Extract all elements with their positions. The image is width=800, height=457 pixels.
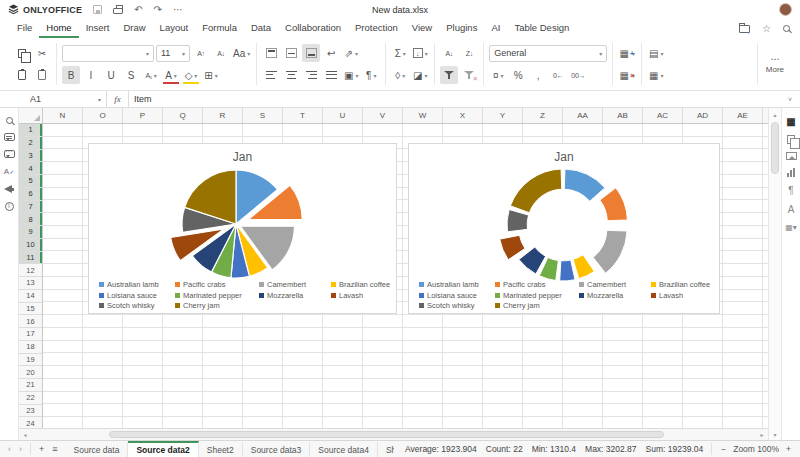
row-header-8[interactable]: 8 (19, 213, 42, 226)
zoom-out-button[interactable]: − (721, 444, 726, 454)
delete-cells-button[interactable]: ▦× (618, 66, 636, 84)
quick-access-more-button[interactable]: ⋯ (173, 5, 183, 15)
align-bottom-button[interactable] (302, 44, 320, 62)
copy-button[interactable] (13, 44, 31, 62)
underline-button[interactable]: U (102, 66, 120, 84)
borders-button[interactable]: ⊞ (202, 66, 220, 84)
font-name-select[interactable] (62, 45, 154, 62)
doughnut-chart[interactable]: Jan Australian lambPacific crabsCamember… (408, 143, 720, 314)
prev-sheet-icon[interactable]: ‹ (8, 444, 11, 454)
column-header-AE[interactable]: AE (723, 108, 763, 123)
increase-decimal-button[interactable]: 00→ (569, 66, 587, 84)
toolbar-more-button[interactable]: ⋯ More (758, 54, 792, 74)
save-button[interactable] (93, 5, 102, 14)
column-header-W[interactable]: W (403, 108, 443, 123)
align-top-button[interactable] (262, 44, 280, 62)
row-header-13[interactable]: 13 (19, 277, 42, 290)
sheet-tab-sheet1[interactable]: Sheet1 (378, 441, 394, 457)
next-sheet-icon[interactable]: › (19, 444, 22, 454)
menu-tab-data[interactable]: Data (244, 19, 278, 38)
font-color-button[interactable]: A (162, 66, 180, 84)
open-file-location-icon[interactable] (739, 25, 750, 33)
format-painter-button[interactable] (33, 66, 51, 84)
print-button[interactable] (113, 8, 123, 14)
slicer-settings-icon[interactable]: ▦▾ (785, 223, 797, 232)
slice-scotch-whisky[interactable] (507, 210, 529, 232)
merge-cells-button[interactable]: ▣ (342, 66, 360, 84)
subscript-button[interactable]: A₁ (142, 66, 160, 84)
clear-button[interactable]: ◪ (411, 66, 429, 84)
feedback-icon[interactable] (4, 185, 14, 193)
undo-button[interactable]: ↶ (134, 5, 142, 15)
slice-cherry-jam[interactable] (510, 169, 561, 213)
format-as-table-button[interactable]: ▦ (647, 66, 665, 84)
row-header-9[interactable]: 9 (19, 226, 42, 239)
redo-button[interactable]: ↷ (154, 5, 162, 15)
column-header-Y[interactable]: Y (483, 108, 523, 123)
menu-tab-home[interactable]: Home (39, 19, 78, 38)
align-justify-button[interactable] (322, 66, 340, 84)
row-header-17[interactable]: 17 (19, 328, 42, 341)
vertical-scroll-thumb[interactable] (771, 122, 779, 174)
scroll-down-icon[interactable]: ▾ (769, 428, 781, 440)
row-header-12[interactable]: 12 (19, 264, 42, 277)
sheet-tab-sheet2[interactable]: Sheet2 (199, 441, 243, 457)
menu-tab-draw[interactable]: Draw (116, 19, 152, 38)
indent-button[interactable]: ¶ (362, 66, 380, 84)
wrap-text-button[interactable]: ↩ (322, 44, 340, 62)
name-box[interactable]: A1 (25, 91, 107, 107)
image-settings-icon[interactable] (786, 152, 797, 160)
menu-tab-ai[interactable]: AI (484, 19, 507, 38)
row-header-22[interactable]: 22 (19, 392, 42, 405)
column-header-AA[interactable]: AA (563, 108, 603, 123)
align-center-button[interactable] (282, 66, 300, 84)
change-case-button[interactable]: Aa (232, 44, 251, 62)
bold-button[interactable]: B (62, 66, 80, 84)
slice-australian-lamb[interactable] (564, 169, 605, 201)
insert-function-button[interactable]: fx (107, 91, 129, 107)
menu-tab-view[interactable]: View (405, 19, 439, 38)
cut-button[interactable]: ✂ (33, 44, 51, 62)
scroll-right-icon[interactable]: ▸ (756, 429, 768, 440)
sheet-tab-source-data2[interactable]: Source data2 (128, 441, 198, 457)
slice-lavash[interactable] (500, 235, 525, 259)
fill-color-button[interactable]: ◇ (182, 66, 200, 84)
column-header-AC[interactable]: AC (643, 108, 683, 123)
strikethrough-button[interactable]: S (122, 66, 140, 84)
menu-tab-layout[interactable]: Layout (153, 19, 196, 38)
italic-button[interactable]: I (82, 66, 100, 84)
column-header-Q[interactable]: Q (163, 108, 203, 123)
conditional-formatting-button[interactable]: ▤ (647, 44, 665, 62)
accounting-style-button[interactable]: ¤ (489, 66, 507, 84)
select-all-button[interactable] (19, 108, 43, 123)
column-header-S[interactable]: S (243, 108, 283, 123)
menu-tab-insert[interactable]: Insert (79, 19, 117, 38)
clear-filter-button[interactable]: × (460, 66, 478, 84)
find-icon[interactable] (6, 117, 13, 124)
named-ranges-button[interactable]: ◊ (391, 66, 409, 84)
formula-input[interactable]: Item (129, 91, 780, 107)
column-header-Z[interactable]: Z (523, 108, 563, 123)
fill-button[interactable]: ↓ (411, 44, 429, 62)
row-header-6[interactable]: 6 (19, 188, 42, 201)
menu-tab-protection[interactable]: Protection (348, 19, 405, 38)
slice-brazilian-coffee[interactable] (573, 255, 594, 279)
sheet-list-button[interactable]: ≡ (52, 444, 57, 454)
spellcheck-icon[interactable]: A✓ (4, 167, 14, 176)
row-header-11[interactable]: 11 (19, 252, 42, 265)
font-size-select[interactable]: 11 (156, 45, 190, 62)
percent-style-button[interactable]: % (509, 66, 527, 84)
column-header-N[interactable]: N (43, 108, 83, 123)
comma-style-button[interactable]: , (529, 66, 547, 84)
horizontal-scrollbar[interactable]: ◂ ▸ (19, 428, 768, 440)
row-header-5[interactable]: 5 (19, 175, 42, 188)
sheet-tab-source-data4[interactable]: Source data4 (310, 441, 378, 457)
row-header-20[interactable]: 20 (19, 366, 42, 379)
row-header-15[interactable]: 15 (19, 303, 42, 316)
row-header-21[interactable]: 21 (19, 379, 42, 392)
row-header-23[interactable]: 23 (19, 405, 42, 418)
menu-tab-table-design[interactable]: Table Design (507, 19, 576, 38)
sheet-tab-source-data[interactable]: Source data (66, 441, 129, 457)
shape-settings-icon[interactable] (787, 135, 795, 144)
orientation-button[interactable]: ⇗ (342, 44, 360, 62)
